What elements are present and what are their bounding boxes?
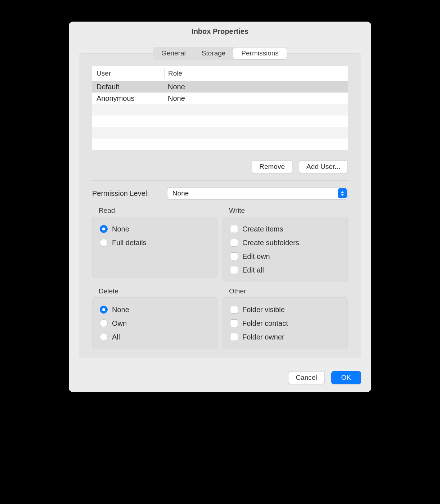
write-group: Write Create items Create subfolders [223, 207, 348, 282]
option-label: Folder visible [242, 306, 285, 314]
chevron-up-down-icon [338, 188, 347, 198]
read-group: Read None Full details [92, 207, 217, 282]
ok-button[interactable]: OK [331, 371, 361, 384]
group-title-read: Read [92, 207, 217, 217]
tab-storage[interactable]: Storage [194, 48, 234, 59]
cell-user: Default [92, 83, 164, 91]
checkbox-icon [230, 252, 238, 260]
radio-icon [100, 306, 108, 314]
radio-icon [100, 239, 108, 247]
delete-all-radio[interactable]: All [100, 330, 210, 344]
group-title-delete: Delete [92, 287, 217, 297]
user-role-table: User Role Default None Anonymous None [92, 66, 348, 150]
delete-group: Delete None Own All [92, 287, 217, 349]
permission-level-value: None [172, 189, 189, 197]
remove-button[interactable]: Remove [252, 160, 292, 173]
option-label: Folder contact [242, 319, 288, 328]
tabbar: General Storage Permissions [153, 47, 287, 60]
write-edit-all-checkbox[interactable]: Edit all [230, 263, 340, 277]
cell-role: None [164, 94, 348, 103]
table-row-empty [92, 116, 348, 127]
permissions-panel: User Role Default None Anonymous None [79, 53, 361, 357]
other-folder-visible-checkbox[interactable]: Folder visible [230, 303, 340, 316]
checkbox-icon [230, 333, 238, 341]
option-label: Edit all [242, 266, 264, 274]
option-label: None [112, 306, 129, 314]
other-folder-owner-checkbox[interactable]: Folder owner [230, 330, 340, 344]
table-row[interactable]: Default None [92, 81, 348, 93]
write-edit-own-checkbox[interactable]: Edit own [230, 249, 340, 263]
radio-icon [100, 319, 108, 327]
radio-icon [100, 225, 108, 233]
group-title-other: Other [223, 287, 348, 297]
properties-window: Inbox Properties General Storage Permiss… [69, 22, 371, 392]
table-actions: Remove Add User... [92, 160, 348, 173]
checkbox-icon [230, 266, 238, 274]
titlebar: Inbox Properties [69, 22, 371, 41]
checkbox-icon [230, 239, 238, 247]
table-row[interactable]: Anonymous None [92, 93, 348, 104]
checkbox-icon [230, 306, 238, 314]
permission-groups: Read None Full details Write [92, 207, 348, 349]
permission-level-row: Permission Level: None [92, 187, 348, 199]
delete-own-radio[interactable]: Own [100, 316, 210, 330]
option-label: Create items [242, 225, 283, 233]
read-none-radio[interactable]: None [100, 222, 210, 236]
table-row-empty [92, 127, 348, 139]
table-header: User Role [92, 66, 348, 81]
tab-permissions[interactable]: Permissions [233, 48, 286, 59]
group-title-write: Write [223, 207, 348, 217]
delete-box: None Own All [92, 297, 217, 349]
permission-level-select[interactable]: None [167, 187, 348, 199]
option-label: Full details [112, 239, 147, 247]
read-full-details-radio[interactable]: Full details [100, 236, 210, 249]
table-row-empty [92, 104, 348, 116]
dialog-footer: Cancel OK [69, 365, 371, 392]
table-body: Default None Anonymous None [92, 81, 348, 150]
option-label: Own [112, 319, 127, 328]
write-create-subfolders-checkbox[interactable]: Create subfolders [230, 236, 340, 249]
col-header-role[interactable]: Role [164, 68, 348, 78]
other-folder-contact-checkbox[interactable]: Folder contact [230, 316, 340, 330]
tab-general[interactable]: General [153, 48, 194, 59]
cell-role: None [164, 83, 348, 91]
col-header-user[interactable]: User [92, 69, 164, 77]
option-label: All [112, 333, 120, 341]
radio-icon [100, 333, 108, 341]
other-box: Folder visible Folder contact Folder own… [223, 297, 348, 349]
write-create-items-checkbox[interactable]: Create items [230, 222, 340, 236]
option-label: Edit own [242, 252, 270, 261]
read-box: None Full details [92, 217, 217, 278]
table-row-empty [92, 139, 348, 150]
content-area: General Storage Permissions User Role De… [69, 41, 371, 365]
cell-user: Anonymous [92, 94, 164, 103]
write-box: Create items Create subfolders Edit own [223, 217, 348, 282]
cancel-button[interactable]: Cancel [288, 371, 324, 384]
delete-none-radio[interactable]: None [100, 303, 210, 316]
option-label: Folder owner [242, 333, 284, 341]
other-group: Other Folder visible Folder contact F [223, 287, 348, 349]
checkbox-icon [230, 319, 238, 327]
checkbox-icon [230, 225, 238, 233]
divider [92, 180, 348, 181]
add-user-button[interactable]: Add User... [299, 160, 348, 173]
option-label: None [112, 225, 129, 233]
window-title: Inbox Properties [69, 27, 371, 36]
option-label: Create subfolders [242, 239, 299, 247]
permission-level-label: Permission Level: [92, 189, 149, 198]
